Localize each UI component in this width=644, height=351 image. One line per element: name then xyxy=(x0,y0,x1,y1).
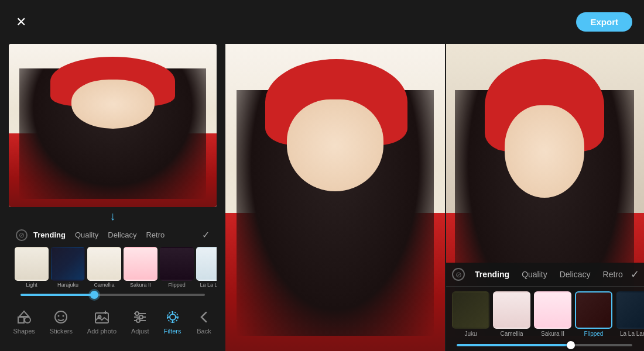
right-filter-flipped[interactable]: Flipped xyxy=(575,291,612,337)
left-filter-light[interactable]: Light xyxy=(15,247,49,288)
left-filter-lalala[interactable]: La La Land xyxy=(196,247,217,288)
right-filter-sakura-label: Sakura II xyxy=(541,331,564,337)
left-slider-thumb[interactable] xyxy=(90,291,98,299)
face-art xyxy=(71,80,155,129)
right-slider-thumb[interactable] xyxy=(567,341,575,349)
filter-disabled-icon-right[interactable]: ⊘ xyxy=(452,268,465,281)
toolbar-add-photo[interactable]: Add photo xyxy=(87,309,117,335)
left-filter-sakura-img xyxy=(124,247,157,281)
right-filter-camellia-label: Camellia xyxy=(501,331,523,337)
svg-point-14 xyxy=(139,315,143,319)
center-art xyxy=(225,44,445,351)
center-face xyxy=(287,99,383,192)
toolbar-stickers[interactable]: Stickers xyxy=(50,309,73,335)
filter-disabled-icon-left[interactable]: ⊘ xyxy=(16,229,28,241)
left-filter-tabs: ⊘ Trending Quality Delicacy Retro ✓ xyxy=(9,225,217,245)
right-filter-camellia[interactable]: Camellia xyxy=(493,291,530,337)
toolbar-filters[interactable]: Filters xyxy=(164,309,181,335)
left-tab-trending[interactable]: Trending xyxy=(30,229,69,241)
back-icon xyxy=(196,309,212,325)
adjust-label: Adjust xyxy=(131,328,149,335)
left-filter-camellia[interactable]: Camellia xyxy=(87,247,121,288)
svg-rect-0 xyxy=(18,317,24,323)
left-filter-flipped[interactable]: Flipped xyxy=(160,247,194,288)
left-filter-sakura[interactable]: Sakura II xyxy=(124,247,157,288)
left-filter-light-img xyxy=(15,247,49,281)
toolbar-back[interactable]: Back xyxy=(196,309,212,335)
left-filter-lalala-label: La La Land xyxy=(200,282,217,288)
left-tab-retro[interactable]: Retro xyxy=(142,229,168,241)
svg-point-1 xyxy=(25,317,30,323)
left-filter-harajuku-img xyxy=(51,247,85,281)
right-preview-image: ⊘ Trending Quality Delicacy Retro ✓ Juku xyxy=(445,44,644,351)
images-row: ⊘ Trending Quality Delicacy Retro ✓ Juku xyxy=(225,44,644,351)
right-tab-delicacy[interactable]: Delicacy xyxy=(555,267,595,281)
right-filter-section: ⊘ Trending Quality Delicacy Retro ✓ Juku xyxy=(445,263,644,351)
svg-point-4 xyxy=(58,315,60,317)
shapes-label: Shapes xyxy=(13,328,35,335)
right-filter-sakura-img xyxy=(534,291,571,329)
left-slider-track[interactable] xyxy=(20,294,205,296)
right-filter-juku-label: Juku xyxy=(464,331,477,337)
left-slider-container xyxy=(9,290,217,298)
filters-label: Filters xyxy=(164,328,181,335)
stickers-icon xyxy=(53,309,69,325)
preview-art xyxy=(9,44,217,207)
left-filter-flipped-img xyxy=(160,247,194,281)
left-panel: ↓ ⊘ Trending Quality Delicacy Retro ✓ Li… xyxy=(0,44,225,351)
add-photo-icon xyxy=(94,309,110,325)
right-slider-container xyxy=(445,342,644,351)
filters-icon xyxy=(165,309,181,325)
right-filter-juku-img xyxy=(452,291,489,329)
left-tab-quality[interactable]: Quality xyxy=(71,229,102,241)
right-tab-retro[interactable]: Retro xyxy=(598,267,628,281)
right-filter-thumbnails: Juku Camellia Sakura II Flipped xyxy=(445,287,644,342)
left-filter-camellia-img xyxy=(87,247,121,281)
svg-point-13 xyxy=(135,312,139,315)
left-panel-bottom: ↓ ⊘ Trending Quality Delicacy Retro ✓ Li… xyxy=(9,207,217,298)
right-tab-trending[interactable]: Trending xyxy=(470,267,514,281)
add-photo-label: Add photo xyxy=(87,328,117,335)
export-button[interactable]: Export xyxy=(576,12,632,32)
left-filter-harajuku[interactable]: Harajuku xyxy=(51,247,85,288)
right-filter-juku[interactable]: Juku xyxy=(452,291,489,337)
svg-point-5 xyxy=(63,315,64,317)
right-filter-lalala-label: La La Land xyxy=(620,331,644,337)
left-filter-sakura-label: Sakura II xyxy=(130,282,151,288)
right-filter-camellia-img xyxy=(493,291,530,329)
close-button[interactable]: ✕ xyxy=(12,13,30,32)
main-content: ↓ ⊘ Trending Quality Delicacy Retro ✓ Li… xyxy=(0,44,644,351)
right-filter-lalala[interactable]: La La Land xyxy=(616,291,644,337)
right-slider-track[interactable] xyxy=(457,344,632,346)
left-expand-icon[interactable]: ✓ xyxy=(202,229,210,240)
left-filter-thumbnails: Light Harajuku Camellia Sakura II Flippe… xyxy=(9,245,217,290)
shapes-icon xyxy=(16,309,32,325)
preview-image xyxy=(9,44,217,207)
right-area: ⊘ Trending Quality Delicacy Retro ✓ Juku xyxy=(225,44,644,351)
right-filter-lalala-img xyxy=(616,291,644,329)
right-filter-sakura[interactable]: Sakura II xyxy=(534,291,571,337)
right-filter-flipped-label: Flipped xyxy=(584,331,604,337)
adjust-icon xyxy=(132,309,148,325)
toolbar-adjust[interactable]: Adjust xyxy=(131,309,149,335)
svg-point-16 xyxy=(170,314,176,320)
left-filter-harajuku-label: Harajuku xyxy=(57,282,78,288)
back-label: Back xyxy=(197,328,211,335)
toolbar-shapes[interactable]: Shapes xyxy=(13,309,35,335)
left-filter-lalala-img xyxy=(196,247,217,281)
right-face xyxy=(505,105,584,198)
stickers-label: Stickers xyxy=(50,328,73,335)
right-tab-quality[interactable]: Quality xyxy=(517,267,552,281)
left-filter-flipped-label: Flipped xyxy=(168,282,186,288)
right-filter-flipped-img xyxy=(575,291,612,329)
arrow-down-indicator: ↓ xyxy=(110,207,116,225)
bottom-toolbar: Shapes Stickers Add p xyxy=(0,298,225,345)
center-preview-image xyxy=(225,44,445,351)
left-filter-camellia-label: Camellia xyxy=(94,282,114,288)
left-filter-light-label: Light xyxy=(26,282,37,288)
left-tab-delicacy[interactable]: Delicacy xyxy=(104,229,140,241)
right-expand-icon[interactable]: ✓ xyxy=(631,268,639,281)
top-bar: ✕ Export xyxy=(0,0,644,44)
svg-marker-2 xyxy=(19,311,29,316)
right-filter-tabs: ⊘ Trending Quality Delicacy Retro ✓ xyxy=(445,263,644,287)
